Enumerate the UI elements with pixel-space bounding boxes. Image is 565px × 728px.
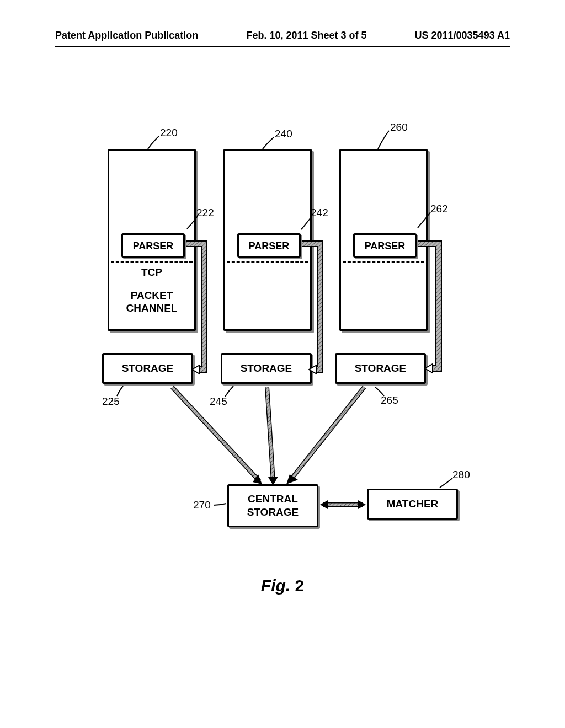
ref-240: 240 [275,128,292,140]
ref-270: 270 [193,499,211,511]
parser-box-222: PARSER [121,233,185,258]
diagram-figure: PARSER TCP PACKET CHANNEL PARSER PARSER … [55,116,510,612]
figure-caption: Fig. 2 [55,576,510,595]
central-line1: CENTRAL [248,493,298,505]
svg-line-12 [290,387,364,481]
storage-box-245: STORAGE [221,353,312,384]
svg-line-8 [267,387,273,481]
svg-marker-17 [358,500,366,509]
svg-line-9 [267,387,273,481]
storage-box-225: STORAGE [102,353,193,384]
dashed-divider [111,261,193,263]
dashed-divider [343,261,424,263]
packet-line1: PACKET [131,290,173,301]
ref-262: 262 [430,203,448,215]
header-divider [55,46,510,47]
header-right: US 2011/0035493 A1 [415,30,510,41]
tcp-label: TCP [109,266,194,279]
svg-marker-4 [425,364,433,373]
central-storage-box-270: CENTRAL STORAGE [227,484,318,527]
figure-number: 2 [295,576,304,595]
figure-prefix: Fig. [261,576,290,595]
packet-channel-label: PACKET CHANNEL [109,290,194,315]
central-line2: STORAGE [247,506,299,518]
ref-260: 260 [390,121,408,133]
ref-222: 222 [196,207,214,219]
ref-265: 265 [381,394,398,406]
storage-box-265: STORAGE [335,353,426,384]
svg-marker-16 [320,500,328,509]
column-box-240: PARSER [223,149,312,331]
ref-280: 280 [452,469,470,481]
svg-marker-2 [192,365,200,374]
parser-box-262: PARSER [353,233,417,258]
ref-220: 220 [160,127,178,139]
packet-line2: CHANNEL [126,302,178,314]
parser-box-242: PARSER [237,233,301,258]
matcher-box-280: MATCHER [367,489,458,520]
page-header: Patent Application Publication Feb. 10, … [0,0,565,41]
header-left: Patent Application Publication [55,30,198,41]
svg-marker-13 [286,474,298,484]
ref-245: 245 [210,395,227,408]
column-box-220: PARSER TCP PACKET CHANNEL [108,149,196,331]
ref-225: 225 [102,395,120,408]
dashed-divider [227,261,308,263]
column-box-260: PARSER [339,149,428,331]
svg-marker-7 [253,474,262,484]
header-center: Feb. 10, 2011 Sheet 3 of 5 [246,30,366,41]
ref-242: 242 [311,207,328,219]
svg-line-11 [290,387,364,481]
